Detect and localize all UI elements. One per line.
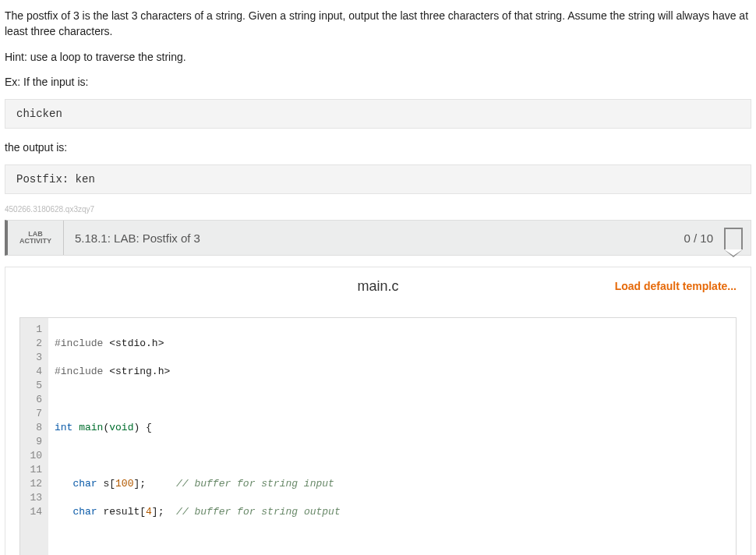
watermark-id: 450266.3180628.qx3zqy7 — [5, 205, 751, 214]
line-number-gutter: 1 2 3 4 5 6 7 8 9 10 11 12 13 14 — [20, 318, 48, 555]
example-output-box: Postfix: ken — [5, 164, 751, 194]
bookmark-icon[interactable] — [724, 228, 743, 249]
code-content[interactable]: #include <stdio.h> #include <string.h> i… — [48, 318, 736, 555]
lab-activity-tag: LAB ACTIVITY — [8, 221, 64, 255]
paragraph: Ex: If the input is: — [5, 74, 751, 90]
code-editor[interactable]: 1 2 3 4 5 6 7 8 9 10 11 12 13 14 #includ… — [19, 317, 737, 555]
load-default-template-link[interactable]: Load default template... — [615, 280, 737, 292]
editor-header: main.c Load default template... — [19, 278, 737, 309]
paragraph: The postfix of 3 is the last 3 character… — [5, 8, 751, 40]
paragraph: Hint: use a loop to traverse the string. — [5, 49, 751, 65]
lab-score: 0 / 10 — [684, 221, 713, 255]
lab-title: 5.18.1: LAB: Postfix of 3 — [64, 221, 684, 255]
problem-statement: The postfix of 3 is the last 3 character… — [5, 8, 751, 194]
example-input-box: chicken — [5, 99, 751, 129]
lab-header: LAB ACTIVITY 5.18.1: LAB: Postfix of 3 0… — [5, 220, 751, 256]
paragraph: the output is: — [5, 140, 751, 155]
code-editor-panel: main.c Load default template... 1 2 3 4 … — [5, 267, 751, 555]
